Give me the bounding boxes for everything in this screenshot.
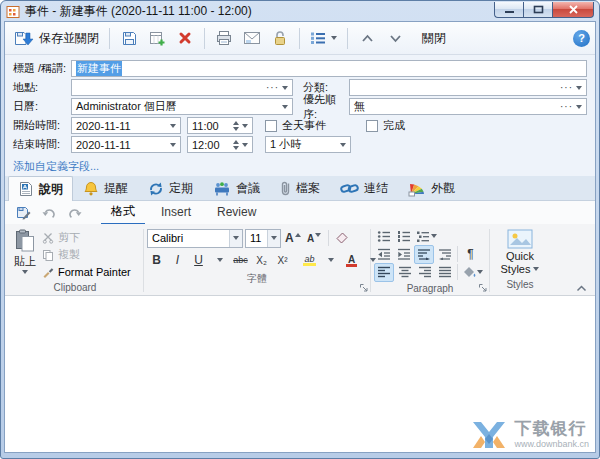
- font-size-select[interactable]: 11: [245, 229, 281, 248]
- increase-indent-button[interactable]: [394, 245, 413, 264]
- grow-font-button[interactable]: A: [283, 229, 303, 248]
- underline-options-button[interactable]: [210, 251, 229, 270]
- align-left-button[interactable]: [374, 263, 394, 282]
- justify-button[interactable]: [435, 263, 454, 282]
- font-group: Calibri 11 A A B I: [144, 226, 370, 295]
- undo-button[interactable]: [39, 204, 59, 222]
- maximize-button[interactable]: [523, 2, 552, 18]
- clear-formatting-button[interactable]: [333, 229, 352, 248]
- chevron-down-icon[interactable]: [282, 105, 288, 109]
- tab-reminder[interactable]: 提醒: [73, 176, 138, 200]
- start-date-select[interactable]: 2020-11-11: [71, 117, 181, 134]
- ribbon-tab-format[interactable]: 格式: [101, 201, 145, 225]
- eraser-icon: [335, 232, 349, 244]
- ellipsis-icon[interactable]: ···: [560, 102, 573, 112]
- font-dialog-launcher[interactable]: [359, 283, 369, 293]
- chevron-down-icon[interactable]: [170, 124, 176, 128]
- collapse-ribbon-button[interactable]: [570, 285, 593, 295]
- show-marks-button[interactable]: ¶: [461, 245, 480, 264]
- new-event-button[interactable]: [144, 25, 170, 51]
- copy-button[interactable]: 複製: [40, 246, 133, 263]
- italic-button[interactable]: I: [168, 251, 187, 270]
- print-button[interactable]: [211, 25, 237, 51]
- ribbon-tab-insert[interactable]: Insert: [151, 203, 201, 222]
- tab-links[interactable]: 連结: [330, 176, 398, 200]
- strikethrough-button[interactable]: abc: [231, 251, 250, 270]
- end-date-select[interactable]: 2020-11-11: [71, 136, 181, 153]
- chevron-down-icon[interactable]: [282, 86, 288, 90]
- lock-button[interactable]: [267, 25, 293, 51]
- complete-checkbox[interactable]: [366, 120, 378, 132]
- shading-button[interactable]: [461, 263, 485, 282]
- start-time-select[interactable]: 11:00: [187, 117, 253, 134]
- decrease-indent-button[interactable]: [374, 245, 393, 264]
- tab-description[interactable]: 說明: [8, 176, 73, 201]
- location-input[interactable]: ···: [71, 79, 293, 96]
- ltr-direction-button[interactable]: [414, 245, 434, 264]
- email-button[interactable]: [239, 25, 265, 51]
- redo-button[interactable]: [65, 204, 85, 222]
- bell-icon: [83, 181, 99, 197]
- format-painter-button[interactable]: Format Painter: [40, 263, 133, 280]
- chevron-down-icon[interactable]: [170, 143, 176, 147]
- tab-appearance[interactable]: 外觀: [398, 176, 465, 200]
- ellipsis-icon[interactable]: ···: [266, 83, 279, 93]
- shrink-font-button[interactable]: A: [305, 229, 324, 248]
- paste-button[interactable]: 貼上: [10, 227, 40, 280]
- bold-icon: B: [152, 253, 161, 267]
- delete-button[interactable]: [172, 25, 198, 51]
- close-button[interactable]: [552, 2, 594, 18]
- font-color-button[interactable]: A: [342, 251, 361, 270]
- subscript-button[interactable]: X₂: [252, 251, 271, 270]
- tab-files[interactable]: 檔案: [270, 176, 330, 200]
- chevron-down-icon[interactable]: [576, 105, 582, 109]
- duration-select[interactable]: 1 小時: [265, 136, 351, 153]
- font-family-select[interactable]: Calibri: [147, 229, 243, 248]
- titlebar[interactable]: 事件 - 新建事件 (2020-11-11 11:00 - 12:00): [4, 1, 596, 21]
- highlight-button[interactable]: ab: [300, 251, 319, 270]
- bullets-button[interactable]: [374, 227, 393, 246]
- tab-meeting[interactable]: 會議: [203, 176, 270, 200]
- align-right-button[interactable]: [415, 263, 434, 282]
- previous-item-button[interactable]: [354, 25, 380, 51]
- minimize-button[interactable]: [494, 2, 523, 18]
- paragraph-dialog-launcher[interactable]: [478, 283, 488, 293]
- title-input[interactable]: 新建事件: [71, 60, 587, 77]
- email-icon: [244, 32, 261, 45]
- quick-styles-button[interactable]: Quick Styles: [497, 227, 544, 277]
- all-day-checkbox[interactable]: [265, 120, 277, 132]
- numbering-button[interactable]: [394, 227, 413, 246]
- bold-button[interactable]: B: [147, 251, 166, 270]
- palette-icon: [408, 181, 426, 197]
- chevron-down-icon[interactable]: [242, 124, 248, 128]
- category-input[interactable]: ···: [349, 79, 587, 96]
- save-and-close-button[interactable]: 保存並關閉: [10, 25, 103, 51]
- ribbon-tab-review[interactable]: Review: [207, 203, 266, 222]
- cut-button[interactable]: 剪下: [40, 229, 133, 246]
- qat-save-button[interactable]: [13, 204, 33, 222]
- rtl-direction-button[interactable]: [435, 245, 454, 264]
- calendar-select[interactable]: Administrator 個日曆: [71, 98, 293, 115]
- chevron-down-icon[interactable]: [576, 86, 582, 90]
- superscript-button[interactable]: X²: [273, 251, 292, 270]
- priority-select[interactable]: 無 ···: [349, 98, 587, 115]
- view-fields-button[interactable]: [306, 25, 341, 51]
- next-item-button[interactable]: [382, 25, 408, 51]
- chevron-down-icon[interactable]: [242, 143, 248, 147]
- multilevel-list-button[interactable]: [414, 227, 439, 246]
- align-center-button[interactable]: [395, 263, 414, 282]
- ellipsis-icon[interactable]: ···: [560, 83, 573, 93]
- tab-recurrence[interactable]: 定期: [138, 176, 203, 200]
- font-family-value: Calibri: [152, 232, 183, 244]
- end-time-select[interactable]: 12:00: [187, 136, 253, 153]
- add-custom-field-link[interactable]: 添加自定義字段...: [13, 160, 99, 172]
- chevron-down-icon[interactable]: [340, 143, 346, 147]
- save-button[interactable]: [116, 25, 142, 51]
- close-window-button[interactable]: 關閉: [418, 25, 450, 51]
- underline-button[interactable]: U: [189, 251, 208, 270]
- time-spinner[interactable]: [233, 121, 239, 131]
- highlight-options-button[interactable]: [321, 251, 340, 270]
- clipboard-group: 貼上 剪下 複製 Form: [7, 226, 143, 295]
- time-spinner[interactable]: [233, 140, 239, 150]
- help-button[interactable]: ?: [573, 30, 590, 47]
